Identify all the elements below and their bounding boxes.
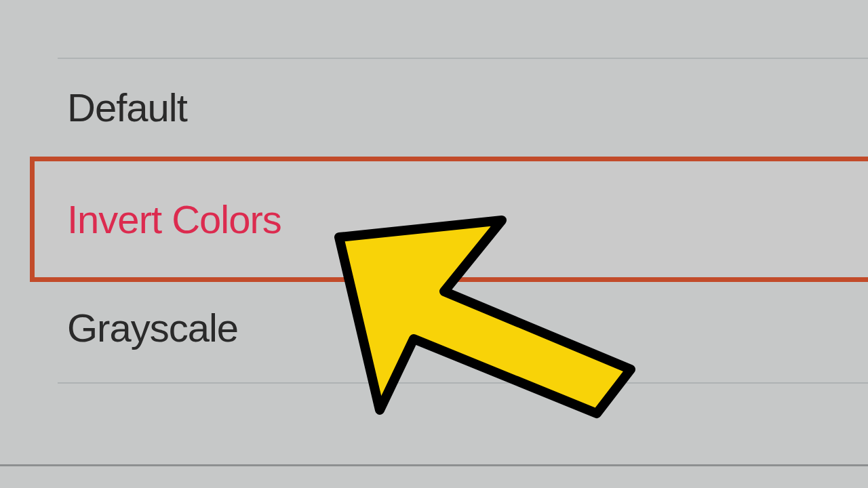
divider bbox=[58, 382, 868, 384]
option-invert-colors-label: Invert Colors bbox=[67, 197, 281, 242]
settings-panel: Default Invert Colors Grayscale bbox=[0, 0, 868, 488]
option-invert-colors[interactable]: Invert Colors bbox=[30, 157, 868, 282]
divider bbox=[0, 464, 868, 466]
option-default[interactable]: Default bbox=[67, 85, 187, 130]
option-grayscale[interactable]: Grayscale bbox=[67, 305, 238, 350]
divider bbox=[58, 58, 868, 59]
